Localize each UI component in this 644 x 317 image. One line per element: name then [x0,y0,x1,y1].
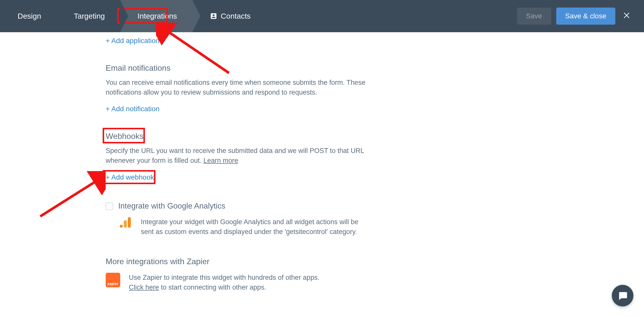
tab-targeting[interactable]: Targeting [56,0,120,32]
ga-desc: Integrate your widget with Google Analyt… [141,217,367,237]
add-application-link[interactable]: + Add application [106,37,159,45]
tab-integrations[interactable]: Integrations [120,0,192,32]
add-notification-link[interactable]: + Add notification [106,105,159,113]
chat-launcher-button[interactable] [612,285,633,306]
ga-checkbox[interactable] [106,203,113,210]
tab-contacts[interactable]: Contacts [192,0,266,32]
webhooks-title: Webhooks [106,132,367,141]
zapier-title: More integrations with Zapier [106,257,367,266]
save-close-button-label: Save & close [565,12,606,20]
email-notifications-title: Email notifications [106,63,367,73]
zapier-body: zapier Use Zapier to integrate this widg… [106,273,367,292]
zapier-desc-post: to start connecting with other apps. [159,284,266,291]
zapier-click-here-link[interactable]: Click here [129,284,159,291]
save-button-label: Save [526,12,542,20]
nav-actions: Save Save & close [517,8,644,25]
webhooks-section: Webhooks Specify the URL you want to rec… [106,132,367,181]
save-close-button[interactable]: Save & close [556,8,615,25]
save-button[interactable]: Save [517,8,551,25]
top-nav: Design Targeting Integrations Contacts S… [0,0,644,32]
google-analytics-row: Integrate with Google Analytics Integrat… [106,202,367,237]
add-webhook-link[interactable]: + Add webhook [106,173,154,181]
tab-targeting-label: Targeting [74,12,105,20]
email-notifications-desc: You can receive email notifications ever… [106,78,367,97]
tab-contacts-label: Contacts [221,12,251,20]
tab-integrations-label: Integrations [138,12,177,20]
email-notifications-section: Email notifications You can receive emai… [106,63,367,113]
tab-design[interactable]: Design [0,0,56,32]
contacts-icon [210,12,217,20]
zapier-icon: zapier [106,273,120,287]
ga-content: Integrate with Google Analytics Integrat… [118,202,367,237]
step-tabs: Design Targeting Integrations Contacts [0,0,266,32]
tab-design-label: Design [18,12,41,20]
close-icon[interactable] [620,11,633,21]
main-content: + Add application Email notifications Yo… [0,32,367,292]
zapier-desc: Use Zapier to integrate this widget with… [129,273,319,292]
chat-icon [617,290,628,301]
zapier-icon-label: zapier [107,282,118,286]
webhooks-learn-more-link[interactable]: Learn more [204,157,238,164]
ga-label: Integrate with Google Analytics [118,202,367,211]
google-analytics-icon [118,217,132,228]
zapier-desc-pre: Use Zapier to integrate this widget with… [129,274,319,281]
webhooks-desc: Specify the URL you want to receive the … [106,146,367,166]
